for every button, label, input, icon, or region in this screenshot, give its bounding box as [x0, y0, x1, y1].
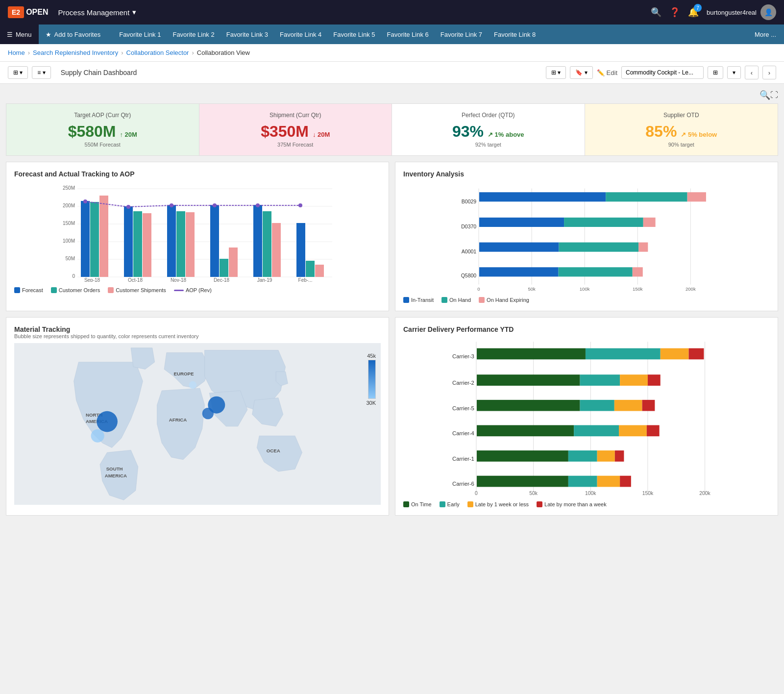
svg-rect-65	[479, 267, 559, 276]
settings-dropdown[interactable]: ▾	[727, 66, 741, 79]
legend-on-hand-expiring: On Hand Expiring	[479, 297, 529, 303]
forecast-chart-card: Forecast and Actual Tracking to AOP 250M…	[6, 162, 389, 311]
kpi-shipment-forecast: 375M Forecast	[209, 142, 382, 148]
fav-link-1[interactable]: Favorite Link 1	[114, 25, 166, 44]
svg-text:Q5800: Q5800	[461, 273, 477, 278]
nav-icons: 🔍 ❓ 🔔 7 burtonguster4real 👤	[651, 4, 776, 20]
svg-text:OCEA: OCEA	[267, 448, 280, 453]
svg-rect-63	[559, 243, 639, 252]
forecast-chart-svg: 250M 200M 150M 100M 50M 0	[14, 184, 381, 282]
kpi-row: Target AOP (Curr Qtr) $580M ↑ 20M 550M F…	[6, 103, 778, 156]
edit-button[interactable]: ✏️ Edit	[597, 69, 617, 76]
svg-rect-25	[263, 211, 271, 277]
kpi-target-aop-forecast: 550M Forecast	[16, 142, 189, 148]
svg-text:0: 0	[475, 491, 478, 496]
grid-view-button[interactable]: ⊞ ▾	[546, 66, 566, 79]
kpi-perfect-order: Perfect Order (QTD) 93% ↗ 1% above 92% t…	[392, 104, 585, 155]
fav-link-6[interactable]: Favorite Link 6	[382, 25, 434, 44]
legend-aop-rev: AOP (Rev)	[174, 287, 212, 293]
more-button[interactable]: More ...	[747, 25, 784, 44]
inventory-chart-svg: B0029 D0370 A0001 Q5800 0 50k 100k 150k …	[403, 184, 770, 292]
kpi-target-aop-value: $580M	[68, 123, 116, 141]
svg-text:Carrier-1: Carrier-1	[452, 456, 474, 462]
svg-rect-93	[661, 348, 689, 360]
fav-link-4[interactable]: Favorite Link 4	[275, 25, 326, 44]
carrier-chart-card: Carrier Delivery Performance YTD Carrier…	[395, 317, 778, 516]
next-page-button[interactable]: ›	[762, 66, 776, 79]
bubble-eu-medium	[202, 408, 214, 419]
svg-text:150k: 150k	[642, 491, 654, 496]
fav-link-5[interactable]: Favorite Link 5	[328, 25, 380, 44]
svg-text:150k: 150k	[633, 286, 643, 292]
username: burtonguster4real	[707, 9, 757, 16]
svg-rect-28	[306, 261, 315, 277]
svg-text:AFRICA: AFRICA	[169, 417, 187, 422]
notification-bell[interactable]: 🔔 7	[688, 7, 699, 18]
prev-page-button[interactable]: ‹	[745, 66, 759, 79]
chart-expand-button[interactable]: ⛶	[770, 90, 778, 100]
logo-box: E2	[8, 6, 24, 18]
bubble-na-small	[91, 429, 104, 443]
kpi-perfect-order-label: Perfect Order (QTD)	[402, 112, 575, 119]
svg-text:50k: 50k	[529, 491, 538, 496]
svg-text:Carrier-5: Carrier-5	[452, 405, 474, 411]
fav-link-3[interactable]: Favorite Link 3	[221, 25, 273, 44]
dashboard: 🔍 ⛶ Target AOP (Curr Qtr) $580M ↑ 20M 55…	[0, 84, 784, 521]
color-scale: 45k 30K	[366, 353, 376, 406]
svg-rect-102	[642, 400, 655, 411]
svg-point-30	[83, 199, 87, 203]
bookmark-button[interactable]: 🔖 ▾	[570, 66, 592, 79]
view-mode-button[interactable]: ⊞ ▾	[8, 66, 28, 79]
svg-text:Nov-18: Nov-18	[171, 277, 187, 282]
legend-on-hand: On Hand	[441, 297, 471, 303]
kpi-supplier-otd-label: Supplier OTD	[595, 112, 768, 119]
svg-rect-111	[477, 476, 568, 487]
svg-rect-12	[81, 201, 90, 277]
cockpit-selector[interactable]	[621, 66, 704, 79]
chart-search-button[interactable]: 🔍	[760, 90, 770, 100]
kpi-supplier-otd-trend: ↗ 5% below	[681, 131, 717, 138]
favorites-bar: ☰ Menu ★ Add to Favorites Favorite Link …	[0, 25, 784, 44]
fav-link-8[interactable]: Favorite Link 8	[489, 25, 540, 44]
breadcrumb-search[interactable]: Search Replenished Inventory	[33, 49, 118, 56]
svg-rect-109	[597, 450, 615, 462]
legend-early: Early	[440, 501, 460, 507]
menu-button[interactable]: ☰ Menu	[0, 25, 39, 44]
svg-text:150M: 150M	[63, 221, 75, 226]
add-to-favorites-button[interactable]: ★ Add to Favorites	[39, 25, 111, 44]
legend-on-time: On Time	[403, 501, 432, 507]
svg-rect-95	[477, 374, 580, 386]
svg-rect-14	[99, 196, 108, 277]
help-icon[interactable]: ❓	[669, 7, 680, 18]
logo[interactable]: E2 OPEN	[8, 6, 48, 18]
legend-customer-orders: Customer Orders	[51, 287, 100, 293]
inventory-legend: In-Transit On Hand On Hand Expiring	[403, 297, 770, 303]
top-navigation: E2 OPEN Process Management ▾ 🔍 ❓ 🔔 7 bur…	[0, 0, 784, 25]
svg-text:B0029: B0029	[462, 198, 477, 204]
legend-in-transit: In-Transit	[403, 297, 434, 303]
breadcrumb-home[interactable]: Home	[8, 49, 25, 56]
dashboard-title: Supply Chain Dashboard	[61, 69, 536, 76]
svg-rect-24	[253, 205, 262, 277]
svg-rect-91	[477, 348, 586, 360]
layout-icon-button[interactable]: ⊞	[708, 66, 723, 79]
svg-rect-101	[614, 400, 642, 411]
user-info[interactable]: burtonguster4real 👤	[707, 4, 776, 20]
svg-rect-97	[620, 374, 648, 386]
breadcrumb-selector[interactable]: Collaboration Selector	[126, 49, 189, 56]
carrier-legend: On Time Early Late by 1 week or less Lat…	[403, 501, 770, 507]
legend-late-more: Late by more than a week	[537, 501, 607, 507]
svg-rect-99	[477, 400, 580, 411]
fav-link-7[interactable]: Favorite Link 7	[436, 25, 487, 44]
fav-link-2[interactable]: Favorite Link 2	[168, 25, 219, 44]
svg-rect-15	[124, 206, 133, 277]
process-management-menu[interactable]: Process Management ▾	[58, 8, 136, 17]
search-icon[interactable]: 🔍	[651, 7, 662, 18]
kpi-shipment: Shipment (Curr Qtr) $350M ↓ 20M 375M For…	[199, 104, 392, 155]
list-view-button[interactable]: ≡ ▾	[32, 66, 50, 79]
svg-rect-98	[648, 374, 661, 386]
svg-rect-103	[477, 425, 574, 436]
scale-max-label: 45k	[367, 353, 376, 359]
svg-text:Feb-...: Feb-...	[298, 277, 313, 282]
kpi-shipment-value: $350M	[261, 123, 309, 141]
